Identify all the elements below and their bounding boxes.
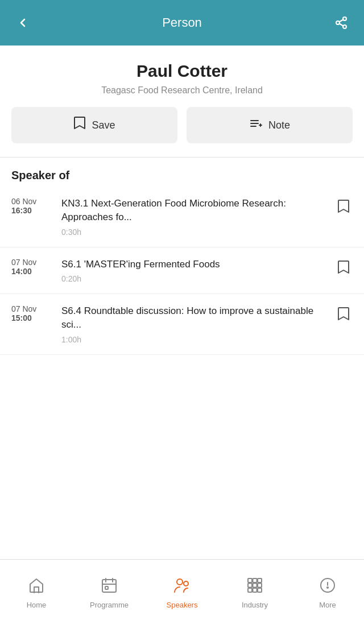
back-button[interactable]: [11, 11, 34, 34]
svg-rect-22: [258, 584, 262, 588]
save-icon: [73, 116, 86, 134]
session-info: S6.1 'MASTER'ing Fermented Foods 0:20h: [61, 258, 325, 284]
nav-item-speakers[interactable]: Speakers: [146, 560, 218, 620]
bottom-nav: Home Programme Speakers: [0, 559, 364, 620]
page-title: Person: [162, 15, 202, 30]
session-title: S6.4 Roundtable discussion: How to impro…: [61, 304, 325, 332]
action-buttons: Save Note: [0, 107, 364, 157]
session-date: 07 Nov: [11, 258, 52, 267]
more-icon: [320, 577, 336, 597]
session-title: KN3.1 Next-Generation Food Microbiome Re…: [61, 197, 325, 224]
save-button[interactable]: Save: [11, 107, 177, 143]
session-bookmark-button[interactable]: [334, 304, 353, 321]
svg-line-4: [340, 20, 344, 22]
save-label: Save: [92, 119, 115, 131]
session-info: KN3.1 Next-Generation Food Microbiome Re…: [61, 197, 325, 237]
note-icon: [249, 117, 263, 133]
svg-rect-14: [105, 586, 108, 589]
nav-industry-label: Industry: [242, 601, 268, 609]
session-info: S6.4 Roundtable discussion: How to impro…: [61, 304, 325, 344]
svg-rect-10: [102, 580, 116, 592]
nav-programme-label: Programme: [90, 601, 129, 609]
note-button[interactable]: Note: [187, 107, 353, 143]
nav-speakers-label: Speakers: [167, 601, 198, 609]
sessions-list: 06 Nov 16:30 KN3.1 Next-Generation Food …: [0, 187, 364, 355]
nav-item-more[interactable]: More: [291, 560, 364, 620]
svg-rect-18: [253, 578, 257, 582]
nav-item-home[interactable]: Home: [0, 560, 73, 620]
svg-rect-23: [248, 588, 252, 592]
person-name: Paul Cotter: [11, 61, 353, 81]
session-date: 06 Nov: [11, 197, 52, 206]
session-bookmark-button[interactable]: [334, 258, 353, 275]
calendar-icon: [101, 577, 117, 597]
svg-line-3: [340, 24, 344, 26]
session-duration: 0:20h: [61, 274, 325, 283]
svg-rect-17: [248, 578, 252, 582]
svg-point-16: [184, 581, 188, 586]
share-button[interactable]: [330, 11, 353, 34]
session-duration: 1:00h: [61, 335, 325, 344]
app-header: Person: [0, 0, 364, 46]
session-time: 16:30: [11, 206, 52, 215]
speakers-icon: [173, 577, 191, 597]
session-item[interactable]: 07 Nov 14:00 S6.1 'MASTER'ing Fermented …: [0, 247, 364, 295]
session-datetime: 07 Nov 14:00: [11, 258, 52, 276]
svg-point-15: [177, 579, 183, 585]
svg-point-28: [327, 587, 328, 588]
nav-home-label: Home: [27, 601, 47, 609]
note-label: Note: [268, 119, 290, 131]
svg-rect-20: [248, 584, 252, 588]
session-title: S6.1 'MASTER'ing Fermented Foods: [61, 258, 325, 271]
session-date: 07 Nov: [11, 304, 52, 313]
session-time: 14:00: [11, 267, 52, 276]
session-duration: 0:30h: [61, 228, 325, 237]
svg-rect-24: [253, 588, 257, 592]
session-item[interactable]: 06 Nov 16:30 KN3.1 Next-Generation Food …: [0, 187, 364, 247]
speaker-label: Speaker of: [11, 169, 69, 181]
session-datetime: 06 Nov 16:30: [11, 197, 52, 215]
svg-rect-21: [253, 584, 257, 588]
svg-rect-25: [258, 588, 262, 592]
session-time: 15:00: [11, 313, 52, 323]
session-bookmark-button[interactable]: [334, 197, 353, 214]
person-organization: Teagasc Food Research Centre, Ireland: [11, 85, 353, 96]
nav-item-industry[interactable]: Industry: [218, 560, 291, 620]
session-item[interactable]: 07 Nov 15:00 S6.4 Roundtable discussion:…: [0, 294, 364, 355]
person-info: Paul Cotter Teagasc Food Research Centre…: [0, 46, 364, 107]
home-icon: [28, 577, 44, 597]
session-datetime: 07 Nov 15:00: [11, 304, 52, 323]
nav-item-programme[interactable]: Programme: [73, 560, 146, 620]
speaker-section: Speaker of: [0, 158, 364, 187]
industry-icon: [247, 577, 263, 597]
nav-more-label: More: [319, 601, 336, 609]
svg-rect-19: [258, 578, 262, 582]
